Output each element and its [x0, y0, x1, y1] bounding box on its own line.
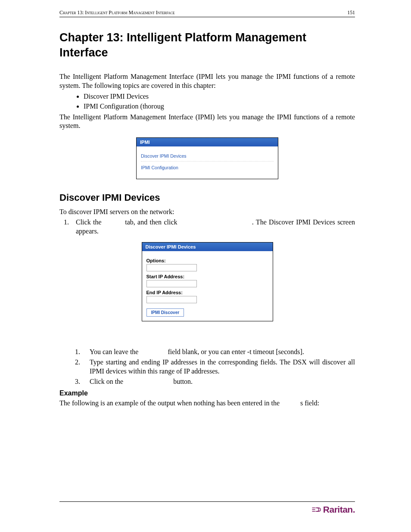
- end-ip-label: End IP Address:: [146, 290, 269, 295]
- ip-range-step: Type starting and ending IP addresses in…: [82, 358, 355, 376]
- page-header: Chapter 13: Intelligent Platform Managem…: [59, 9, 355, 17]
- example-text: The following is an example of the outpu…: [59, 399, 355, 408]
- topic-list-item: Discover IPMI Devices: [84, 92, 355, 101]
- options-label: Options:: [146, 258, 269, 263]
- intro-paragraph-2: The Intelligent Platform Management Inte…: [59, 113, 355, 131]
- end-ip-input[interactable]: [146, 296, 197, 303]
- discover-panel-title: Discover IPMI Devices: [142, 243, 273, 251]
- discover-step-list-1: Click the tab, and then click . The Disc…: [59, 218, 355, 236]
- raritan-logo-text: Raritan.: [323, 504, 355, 515]
- discover-panel-figure: Discover IPMI Devices Options: Start IP …: [142, 242, 273, 321]
- header-page-number: 151: [347, 9, 355, 16]
- ipmi-menu-discover-link[interactable]: Discover IPMI Devices: [141, 153, 274, 162]
- section-title-discover: Discover IPMI Devices: [59, 192, 355, 203]
- topic-list-item: IPMI Configuration (thoroug: [84, 102, 355, 111]
- options-step: You can leave the field blank, or you ca…: [82, 347, 355, 357]
- start-ip-label: Start IP Address:: [146, 274, 269, 279]
- raritan-logo-icon: [312, 506, 321, 513]
- example-heading: Example: [59, 389, 355, 397]
- intro-paragraph-1: The Intelligent Platform Management Inte…: [59, 72, 355, 90]
- header-chapter: Chapter 13: Intelligent Platform Managem…: [59, 9, 175, 16]
- topic-list: Discover IPMI Devices IPMI Configuration…: [59, 92, 355, 111]
- discover-step-1: Click the tab, and then click . The Disc…: [71, 218, 355, 236]
- ipmi-discover-button[interactable]: IPMI Discover: [146, 308, 184, 317]
- raritan-logo: Raritan.: [312, 504, 355, 515]
- ipmi-menu-title: IPMI: [137, 138, 278, 146]
- section-intro: To discover IPMI servers on the network:: [59, 208, 355, 216]
- chapter-title: Chapter 13: Intelligent Platform Managem…: [59, 30, 355, 60]
- page-footer: Raritan.: [59, 501, 355, 515]
- discover-step-list-2: You can leave the field blank, or you ca…: [59, 347, 355, 386]
- start-ip-input[interactable]: [146, 280, 197, 287]
- ipmi-menu-config-link[interactable]: IPMI Configuration: [141, 165, 274, 173]
- click-step: Click on the button.: [82, 377, 355, 386]
- options-input[interactable]: [146, 264, 197, 271]
- ipmi-menu-figure: IPMI Discover IPMI Devices IPMI Configur…: [136, 137, 278, 179]
